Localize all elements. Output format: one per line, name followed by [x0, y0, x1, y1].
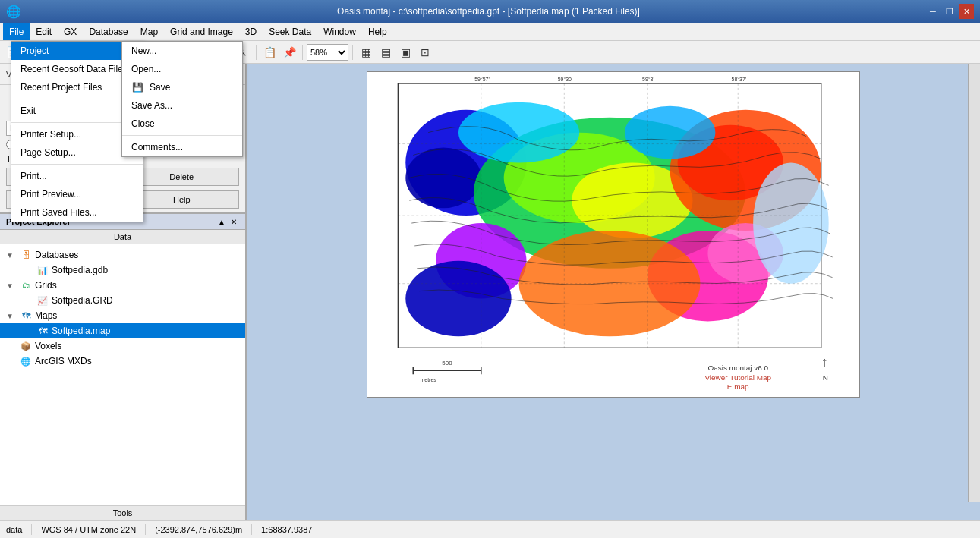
minimize-button[interactable]: ─	[925, 4, 941, 19]
menu-item-seek-data[interactable]: Seek Data	[263, 23, 317, 40]
menu-print-preview[interactable]: Print Preview...	[11, 185, 143, 203]
page-setup-label: Page Setup...	[20, 147, 76, 158]
open-label: Open...	[131, 64, 161, 74]
menu-open[interactable]: Open...	[122, 60, 242, 78]
save-icon: 💾	[131, 82, 143, 93]
menu-item-edit[interactable]: Edit	[30, 23, 58, 40]
menu-save[interactable]: 💾 Save	[122, 78, 242, 96]
menu-comments[interactable]: Comments...	[122, 138, 242, 156]
menu-item-help[interactable]: Help	[362, 23, 393, 40]
menu-overlay: Project Recent Geosoft Data Files Recent…	[0, 41, 980, 538]
new-label: New...	[131, 46, 156, 56]
menu-item-file[interactable]: File	[3, 23, 30, 40]
menu-item-map[interactable]: Map	[134, 23, 164, 40]
menu-item-3d[interactable]: 3D	[239, 23, 263, 40]
menu-item-window[interactable]: Window	[317, 23, 362, 40]
restore-button[interactable]: ❐	[942, 4, 957, 19]
menu-item-grid-image[interactable]: Grid and Image	[164, 23, 239, 40]
comments-label: Comments...	[131, 142, 183, 153]
menu-print[interactable]: Print...	[11, 167, 143, 185]
save-label: Save	[150, 82, 170, 93]
menu-item-gx[interactable]: GX	[58, 23, 83, 40]
menu-bar: File Edit GX Database Map Grid and Image…	[0, 23, 980, 41]
printer-setup-label: Printer Setup...	[20, 129, 81, 140]
project-submenu: New... Open... 💾 Save Save As... Close C…	[121, 41, 243, 157]
window-title: Oasis montaj - c:\softpedia\softpedia.gp…	[52, 6, 925, 17]
menu-close[interactable]: Close	[122, 115, 242, 133]
print-saved-label: Print Saved Files...	[20, 207, 97, 218]
project-label: Project	[20, 46, 49, 56]
menu-print-saved[interactable]: Print Saved Files...	[11, 203, 143, 222]
print-label: Print...	[20, 171, 47, 181]
file-sep-3	[11, 164, 143, 165]
recent-project-label: Recent Project Files	[20, 82, 102, 93]
project-sep	[122, 135, 242, 136]
close-button[interactable]: ✕	[959, 4, 974, 19]
app-icon: 🌐	[6, 5, 21, 19]
menu-save-as[interactable]: Save As...	[122, 96, 242, 115]
exit-label: Exit	[20, 105, 36, 116]
close-label: Close	[131, 118, 155, 129]
save-as-label: Save As...	[131, 100, 172, 111]
recent-geosoft-label: Recent Geosoft Data Files	[20, 64, 128, 74]
menu-new[interactable]: New...	[122, 42, 242, 60]
print-preview-label: Print Preview...	[20, 189, 81, 200]
title-bar: 🌐 Oasis montaj - c:\softpedia\softpedia.…	[0, 0, 980, 23]
menu-item-database[interactable]: Database	[83, 23, 134, 40]
